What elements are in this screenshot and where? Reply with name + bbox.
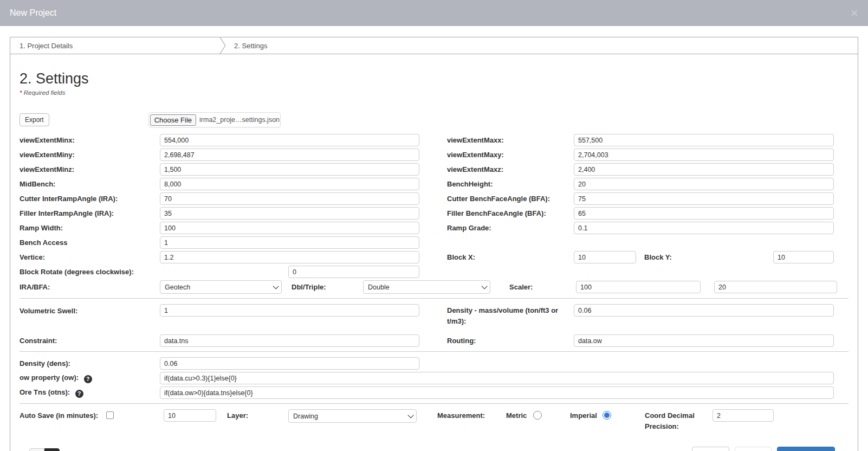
auto-save-checkbox[interactable]	[106, 411, 114, 419]
footer-bar: 1 2 ◂ Prev Next ▸ Save Project	[20, 447, 848, 451]
benchheight-input[interactable]	[574, 178, 834, 190]
auto-save-minutes-input[interactable]	[164, 409, 216, 422]
chosen-file-name: irma2_proje…settings.json	[199, 116, 280, 124]
ramp-grade-input[interactable]	[574, 222, 834, 234]
save-project-button[interactable]: Save Project	[777, 447, 835, 451]
field-label: Filler InterRampAngle (IRA):	[20, 209, 160, 217]
dbl-triple-select[interactable]: Double	[363, 280, 490, 294]
ore-tns-input[interactable]	[160, 386, 834, 399]
field-label: Block Y:	[636, 253, 773, 261]
dialog-titlebar: New Project ✕	[0, 0, 868, 26]
field-label: Density (dens):	[20, 359, 160, 368]
dialog-title: New Project	[10, 8, 56, 18]
density-mass-volume-input[interactable]	[574, 304, 834, 317]
block-rotate-input[interactable]	[288, 266, 419, 278]
form-row: viewExtentMiny: viewExtentMaxy:	[20, 149, 848, 161]
viewextentminz-input[interactable]	[160, 163, 419, 176]
form-row: viewExtentMinx: viewExtentMaxx:	[20, 134, 848, 146]
field-label: viewExtentMaxy:	[447, 151, 574, 159]
form-row: Ore Tns (otns): ?	[20, 386, 848, 399]
next-button[interactable]: Next ▸	[735, 447, 772, 451]
dbl-triple-selected-value: Double	[368, 284, 390, 291]
volumetric-swell-input[interactable]	[160, 304, 419, 317]
field-label: Filler BenchFaceAngle (BFA):	[447, 209, 574, 217]
form-row: Auto Save (in minutes): Layer: Drawing M…	[20, 409, 848, 432]
form-row: Block Rotate (degrees clockwise):	[20, 266, 848, 278]
step-separator-chevron-icon	[219, 37, 226, 54]
form-row: Volumetric Swell: Density - mass/volume …	[20, 304, 848, 327]
routing-input[interactable]	[574, 334, 834, 347]
field-label: Bench Access	[20, 239, 160, 247]
midbench-input[interactable]	[160, 178, 419, 190]
filler-bfa-input[interactable]	[574, 207, 834, 220]
field-label: Ramp Grade:	[447, 224, 574, 232]
help-icon[interactable]: ?	[84, 375, 92, 383]
field-label: viewExtentMaxx:	[447, 136, 574, 144]
field-label: Auto Save (in minutes):	[20, 409, 106, 420]
field-label: Block Rotate (degrees clockwise):	[20, 268, 288, 276]
page-1-button[interactable]: 1	[29, 448, 44, 451]
prev-button[interactable]: ◂ Prev	[692, 447, 729, 451]
scaler-input-1[interactable]	[576, 281, 701, 293]
field-label: ow property (ow): ?	[20, 373, 160, 383]
file-upload-control[interactable]: Choose File irma2_proje…settings.json	[148, 112, 281, 127]
help-icon[interactable]: ?	[75, 390, 83, 398]
field-label: Volumetric Swell:	[20, 304, 160, 315]
choose-file-button[interactable]: Choose File	[150, 114, 196, 126]
field-label: Dbl/Triple:	[292, 283, 363, 291]
field-label: viewExtentMinx:	[20, 136, 160, 144]
imperial-radio[interactable]	[603, 411, 611, 420]
section-divider	[20, 298, 848, 299]
pagination: 1 2	[29, 448, 60, 451]
cutter-ira-input[interactable]	[160, 192, 419, 205]
viewextentmaxy-input[interactable]	[574, 149, 834, 161]
block-y-input[interactable]	[773, 251, 834, 263]
field-label: Vertice:	[20, 253, 160, 261]
field-label: Routing:	[447, 337, 574, 345]
required-fields-note: * Required fields	[20, 89, 848, 96]
vertice-input[interactable]	[160, 251, 419, 263]
form-row: ow property (ow): ?	[20, 372, 848, 384]
page-title: 2. Settings	[20, 70, 848, 87]
imperial-radio-label: Imperial	[570, 409, 603, 420]
field-label: MidBench:	[20, 180, 160, 188]
form-row: Bench Access	[20, 236, 848, 249]
form-row: Cutter InterRampAngle (IRA): Cutter Benc…	[20, 192, 848, 205]
metric-radio[interactable]	[533, 411, 542, 420]
density-dens-input[interactable]	[160, 357, 419, 370]
filler-ira-input[interactable]	[160, 207, 419, 220]
form-row: Density (dens):	[20, 357, 848, 370]
form-row: viewExtentMinz: viewExtentMaxz:	[20, 163, 848, 176]
field-label: Coord Decimal Precision:	[645, 409, 712, 432]
field-label: Cutter InterRampAngle (IRA):	[20, 195, 160, 203]
bench-access-input[interactable]	[160, 236, 419, 249]
coord-decimal-precision-input[interactable]	[712, 409, 774, 422]
chevron-down-icon	[273, 283, 278, 289]
settings-panel: 2. Settings * Required fields Export Cho…	[10, 54, 858, 451]
block-x-input[interactable]	[574, 251, 636, 263]
close-icon[interactable]: ✕	[851, 9, 858, 18]
form-row: Vertice: Block X: Block Y:	[20, 251, 848, 263]
section-divider	[20, 351, 848, 352]
viewextentminy-input[interactable]	[160, 149, 419, 161]
scaler-input-2[interactable]	[714, 281, 837, 293]
ramp-width-input[interactable]	[160, 222, 419, 234]
wizard-container: 1. Project Details 2. Settings 2. Settin…	[10, 37, 858, 451]
export-button[interactable]: Export	[20, 113, 49, 126]
page-2-button[interactable]: 2	[44, 448, 60, 451]
field-label: IRA/BFA:	[20, 283, 160, 291]
tab-project-details[interactable]: 1. Project Details	[10, 37, 219, 54]
viewextentminx-input[interactable]	[160, 134, 419, 146]
cutter-bfa-input[interactable]	[574, 192, 834, 205]
ira-bfa-select[interactable]: Geotech	[160, 280, 282, 294]
chevron-down-icon	[407, 412, 413, 418]
tab-settings[interactable]: 2. Settings	[226, 37, 267, 54]
field-label: Block X:	[447, 253, 574, 261]
ow-property-input[interactable]	[160, 372, 834, 384]
constraint-input[interactable]	[160, 334, 419, 347]
layer-select[interactable]: Drawing	[288, 409, 417, 423]
section-divider	[20, 403, 848, 404]
viewextentmaxx-input[interactable]	[574, 134, 834, 146]
field-label: Measurement:	[437, 409, 506, 420]
viewextentmaxz-input[interactable]	[574, 163, 834, 176]
